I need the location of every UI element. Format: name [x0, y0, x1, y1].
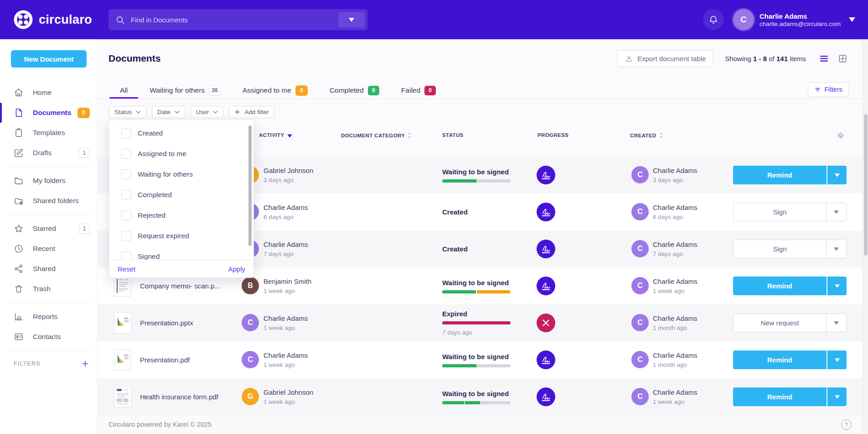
filters-button[interactable]: Filters [808, 82, 849, 97]
column-header-progress[interactable]: PROGRESS [537, 132, 568, 138]
tab-completed[interactable]: Completed0 [330, 82, 379, 99]
new-document-button[interactable]: New Document [11, 50, 87, 68]
plus-icon [234, 109, 240, 115]
tab-assigned-to-me[interactable]: Assigned to me0 [243, 82, 308, 99]
column-header-status[interactable]: STATUS [442, 132, 464, 138]
sidebar-item-trash[interactable]: Trash [0, 279, 97, 299]
signature-icon [537, 350, 555, 369]
column-header-created[interactable]: CREATED [630, 132, 663, 138]
action-dropdown-toggle[interactable] [826, 314, 846, 332]
tab-label: Failed [401, 86, 420, 94]
list-view-button[interactable] [817, 52, 830, 65]
status-cell: Waiting to be signed [442, 378, 522, 415]
sidebar-item-contacts[interactable]: Contacts [0, 327, 97, 347]
sidebar-item-drafts[interactable]: Drafts1 [0, 143, 97, 163]
status-option-waiting-for-others[interactable]: Waiting for others [109, 164, 253, 184]
grid-view-button[interactable] [836, 52, 849, 65]
sidebar-item-label: Home [33, 89, 52, 97]
column-header-document-category[interactable]: DOCUMENT CATEGORY [341, 132, 412, 138]
action-dropdown-toggle[interactable] [827, 350, 847, 369]
checkbox[interactable] [121, 251, 131, 260]
global-search[interactable] [108, 9, 367, 30]
search-scope-dropdown[interactable] [338, 12, 365, 27]
sidebar-item-starred[interactable]: Starred1 [0, 219, 97, 239]
action-dropdown-toggle[interactable] [826, 203, 846, 221]
document-name[interactable]: Presentation.pdf [140, 341, 190, 378]
document-name[interactable]: Health insurance form.pdf [140, 378, 218, 415]
action-dropdown-toggle[interactable] [827, 277, 847, 295]
sign-button[interactable]: Sign [734, 240, 826, 258]
chip-label: Status [114, 109, 132, 115]
caret-down-icon [834, 210, 839, 214]
user-menu[interactable]: C Charlie Adams charlie.adams@circularo.… [733, 9, 855, 30]
created-cell: Charlie Adams3 days ago [653, 157, 698, 193]
row-action-group: New request [733, 314, 847, 332]
table-settings-button[interactable] [836, 131, 845, 140]
activity-cell: Benjamin Smith1 week ago [264, 267, 311, 304]
checkbox[interactable] [121, 149, 131, 159]
created-user: Charlie Adams [653, 241, 698, 248]
sidebar-item-templates[interactable]: Templates [0, 123, 97, 143]
remind-button[interactable]: Remind [733, 350, 827, 369]
sidebar-item-documents[interactable]: Documents0 [0, 103, 97, 123]
status-option-assigned-to-me[interactable]: Assigned to me [109, 143, 253, 164]
action-dropdown-toggle[interactable] [826, 240, 846, 258]
checkbox[interactable] [121, 210, 131, 220]
filter-chip-date[interactable]: Date [152, 106, 185, 118]
page-scrollbar[interactable] [863, 39, 868, 434]
checkbox[interactable] [121, 128, 131, 138]
sign-button[interactable]: Sign [734, 203, 826, 221]
status-option-completed[interactable]: Completed [109, 184, 253, 205]
action-dropdown-toggle[interactable] [827, 387, 847, 406]
sidebar-item-reports[interactable]: Reports [0, 307, 97, 327]
apply-button[interactable]: Apply [228, 265, 245, 273]
brand[interactable]: circularo [14, 0, 92, 39]
remind-button[interactable]: Remind [733, 166, 827, 184]
sidebar-item-home[interactable]: Home [0, 83, 97, 103]
column-header-activity[interactable]: ACTIVITY [259, 132, 292, 138]
reset-button[interactable]: Reset [118, 265, 135, 273]
document-name[interactable]: Presentation.pptx [140, 304, 193, 341]
created-cell: Charlie Adams6 days ago [653, 193, 698, 230]
option-label: Rejected [138, 211, 165, 220]
action-dropdown-toggle[interactable] [827, 166, 847, 184]
new-request-button[interactable]: New request [734, 314, 826, 332]
clipboard-icon [14, 128, 24, 138]
sidebar-item-shared-folders[interactable]: Shared folders [0, 191, 97, 211]
dropdown-scrollbar[interactable] [248, 125, 252, 246]
remind-button[interactable]: Remind [733, 277, 827, 295]
sidebar-item-shared[interactable]: Shared [0, 259, 97, 279]
notifications-button[interactable] [703, 9, 724, 30]
caret-down-icon [349, 18, 354, 22]
checkbox[interactable] [121, 169, 131, 179]
table-row[interactable]: Health insurance form.pdfGGabriel Johnso… [98, 378, 863, 415]
add-filter-section-button[interactable] [82, 360, 89, 367]
created-user: Charlie Adams [653, 204, 698, 211]
table-row[interactable]: Presentation.pptxCCharlie Adams1 week ag… [98, 304, 863, 341]
search-input[interactable] [131, 16, 360, 24]
tab-failed[interactable]: Failed0 [401, 82, 436, 99]
add-filter-chip[interactable]: Add filter [229, 106, 274, 118]
sidebar-item-recent[interactable]: Recent [0, 239, 97, 259]
filter-chip-user[interactable]: User [191, 106, 224, 118]
remind-button[interactable]: Remind [733, 387, 827, 406]
table-row[interactable]: Presentation.pdfCCharlie Adams1 week ago… [98, 341, 863, 378]
row-action-group: Sign [733, 203, 847, 221]
activity-cell: Charlie Adams1 week ago [264, 304, 308, 341]
help-icon[interactable]: ? [841, 419, 852, 430]
tab-all[interactable]: All [120, 82, 128, 99]
status-option-request-expired[interactable]: Request expired [109, 225, 253, 246]
filter-chip-status[interactable]: Status [109, 106, 146, 118]
export-document-table-button[interactable]: Export document table [617, 50, 713, 67]
checkbox[interactable] [121, 190, 131, 200]
status-option-rejected[interactable]: Rejected [109, 205, 253, 225]
status-filter-dropdown: CreatedAssigned to meWaiting for othersC… [109, 120, 254, 278]
activity-time: 1 week ago [264, 324, 308, 331]
status-option-created[interactable]: Created [109, 123, 253, 143]
sidebar-item-my-folders[interactable]: My folders [0, 171, 97, 191]
tab-waiting-for-others[interactable]: Waiting for others26 [150, 82, 221, 99]
status-option-signed[interactable]: Signed [109, 246, 253, 260]
checkbox[interactable] [121, 231, 131, 241]
scrollbar-thumb[interactable] [864, 114, 868, 256]
created-cell: Charlie Adams1 week ago [653, 267, 698, 304]
